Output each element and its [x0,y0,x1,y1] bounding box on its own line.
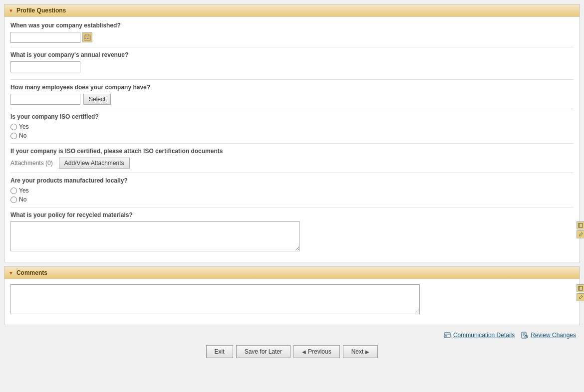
revenue-input-wrapper [10,61,574,76]
svg-rect-6 [88,38,89,39]
recycled-textarea-wrapper [10,221,574,253]
profile-questions-header[interactable]: ▼ Profile Questions [4,4,580,17]
previous-label: Previous [308,348,331,355]
review-changes-link[interactable]: Review Changes [521,331,576,339]
comments-expand-icon[interactable] [577,284,584,292]
communication-details-text: Communication Details [453,332,515,339]
comments-textarea[interactable] [10,284,420,314]
next-button[interactable]: Next ▶ [343,345,378,358]
manufactured-label: Are your products manufactured locally? [10,177,574,184]
save-for-later-button[interactable]: Save for Later [236,345,291,358]
recycled-textarea[interactable] [10,221,300,251]
iso-label: Is your company ISO certified? [10,113,574,120]
comments-title: Comments [16,269,47,276]
manufactured-yes-item: Yes [10,187,574,194]
next-label: Next [351,348,364,355]
attachments-label: Attachments (0) [10,160,53,167]
iso-no-radio[interactable] [10,133,17,139]
svg-rect-13 [444,333,450,338]
previous-arrow: ◀ [302,349,306,355]
recycled-expand-icon[interactable] [577,221,584,229]
iso-radio-group: Yes No [10,123,574,139]
svg-rect-15 [445,335,447,337]
manufactured-no-label: No [19,196,26,203]
iso-yes-label: Yes [19,123,29,130]
iso-no-label: No [19,132,26,139]
separator-5 [10,173,574,173]
manufactured-yes-label: Yes [19,187,29,194]
review-changes-text: Review Changes [531,332,576,339]
manufactured-radio-group: Yes No [10,187,574,203]
separator-1 [10,47,574,47]
svg-rect-5 [87,38,88,39]
svg-rect-0 [84,35,90,40]
next-arrow: ▶ [365,349,369,355]
employees-label: How many employees does your company hav… [10,84,574,91]
revenue-label: What is your company's annual revenue? [10,51,574,58]
comments-textarea-wrapper [10,284,574,316]
revenue-input[interactable] [10,61,80,72]
bottom-bar: Exit Save for Later ◀ Previous Next ▶ [4,341,580,362]
profile-questions-body: When was your company established? [4,17,580,262]
employees-wrapper: Select [10,94,574,105]
previous-button[interactable]: ◀ Previous [293,345,340,358]
manufactured-no-item: No [10,196,574,203]
comments-collapse-icon: ▼ [8,270,13,276]
separator-4 [10,143,574,144]
established-date-input[interactable] [10,32,80,43]
communication-details-link[interactable]: Communication Details [443,331,515,339]
comments-edit-icon[interactable] [577,293,584,301]
separator-6 [10,207,574,207]
comments-textarea-icons [577,284,584,301]
calendar-icon[interactable] [82,32,92,42]
communication-details-icon [443,331,451,339]
separator-2 [10,79,574,80]
employees-input[interactable] [10,94,80,105]
manufactured-no-radio[interactable] [10,196,17,203]
iso-yes-item: Yes [10,123,574,130]
recycled-edit-icon[interactable] [577,230,584,238]
iso-yes-radio[interactable] [10,124,17,130]
recycled-label: What is your policy for recycled materia… [10,211,574,218]
separator-3 [10,109,574,109]
comments-body [4,279,580,325]
recycled-textarea-icons [577,221,584,238]
established-label: When was your company established? [10,22,574,29]
iso-attach-label: If your company is ISO certified, please… [10,148,574,155]
attachments-row: Attachments (0) Add/View Attachments [10,158,574,169]
comments-header[interactable]: ▼ Comments [4,267,580,279]
exit-button[interactable]: Exit [206,345,233,358]
iso-no-item: No [10,132,574,139]
svg-rect-4 [85,38,86,39]
manufactured-yes-radio[interactable] [10,188,17,194]
collapse-icon: ▼ [8,8,13,13]
review-changes-icon [521,331,529,339]
date-input-wrapper [10,32,574,43]
svg-rect-10 [579,286,583,290]
select-button[interactable]: Select [83,94,111,105]
footer-links: Communication Details Review Changes [4,329,580,341]
profile-questions-title: Profile Questions [16,7,66,14]
svg-rect-7 [579,223,583,227]
add-view-attachments-button[interactable]: Add/View Attachments [59,158,130,169]
